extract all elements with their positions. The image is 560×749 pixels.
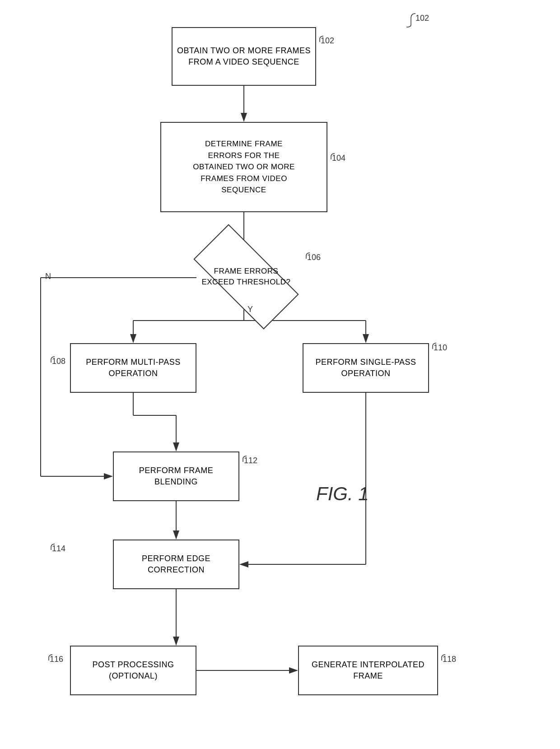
- label-y: Y: [247, 305, 253, 314]
- label-108: 108: [52, 357, 65, 366]
- flowchart-diagram: 102 OBTAIN TWO OR MORE FRAMES FROM A VID…: [0, 0, 560, 749]
- node-threshold-text: FRAME ERRORSEXCEED THRESHOLD?: [201, 266, 290, 288]
- node-generate-interpolated-text: GENERATE INTERPOLATEDFRAME: [312, 659, 425, 682]
- figure-label: FIG. 1: [316, 483, 369, 505]
- label-104: 104: [332, 154, 345, 163]
- node-determine-errors-text: DETERMINE FRAMEERRORS FOR THEOBTAINED TW…: [193, 138, 295, 196]
- label-106: 106: [307, 253, 321, 262]
- node-post-processing: POST PROCESSING(OPTIONAL): [70, 646, 196, 695]
- node-frame-blending: PERFORM FRAMEBLENDING: [113, 451, 239, 501]
- node-determine-errors: DETERMINE FRAMEERRORS FOR THEOBTAINED TW…: [160, 122, 327, 212]
- label-110: 110: [434, 343, 447, 353]
- node-single-pass: PERFORM SINGLE-PASSOPERATION: [303, 343, 429, 393]
- node-obtain-frames: OBTAIN TWO OR MORE FRAMES FROM A VIDEO S…: [172, 27, 316, 86]
- label-114: 114: [52, 544, 65, 554]
- node-multi-pass: PERFORM MULTI-PASSOPERATION: [70, 343, 196, 393]
- node-multi-pass-text: PERFORM MULTI-PASSOPERATION: [86, 357, 180, 379]
- node-single-pass-text: PERFORM SINGLE-PASSOPERATION: [315, 357, 416, 379]
- label-n: N: [45, 272, 51, 281]
- label-112: 112: [244, 456, 257, 465]
- label-102: 102: [321, 36, 334, 46]
- node-generate-interpolated: GENERATE INTERPOLATEDFRAME: [298, 646, 438, 695]
- node-post-processing-text: POST PROCESSING(OPTIONAL): [92, 659, 174, 682]
- node-edge-correction: PERFORM EDGECORRECTION: [113, 540, 239, 589]
- node-frame-errors-threshold: FRAME ERRORSEXCEED THRESHOLD?: [194, 250, 298, 304]
- label-116: 116: [50, 655, 63, 664]
- node-frame-blending-text: PERFORM FRAMEBLENDING: [139, 465, 214, 488]
- label-118: 118: [443, 655, 456, 664]
- label-100: 102: [415, 14, 429, 23]
- node-obtain-frames-text: OBTAIN TWO OR MORE FRAMES FROM A VIDEO S…: [177, 45, 311, 68]
- node-edge-correction-text: PERFORM EDGECORRECTION: [142, 553, 210, 576]
